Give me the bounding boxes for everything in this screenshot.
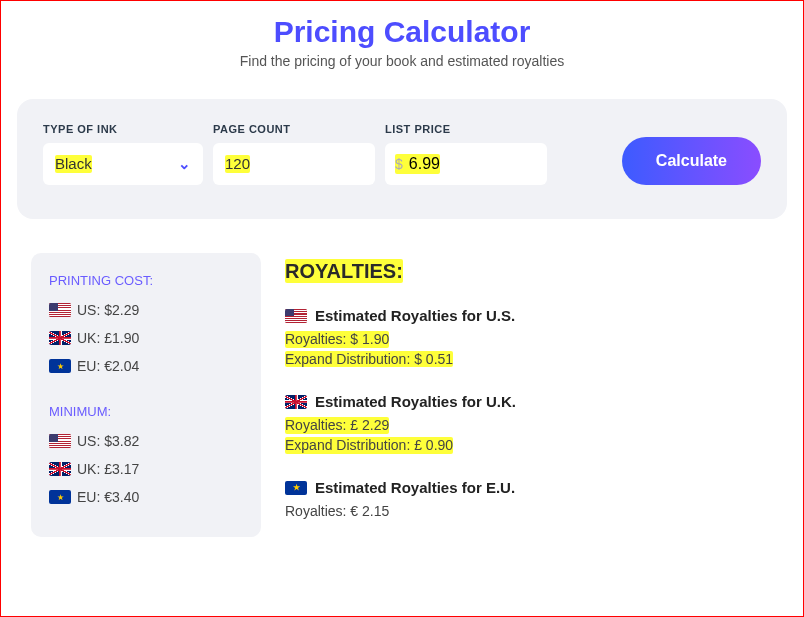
page-count-input[interactable]: 120	[213, 143, 375, 185]
us-flag-icon	[49, 303, 71, 317]
printing-cost-heading: PRINTING COST:	[49, 273, 243, 288]
list-price-input[interactable]: $6.99	[385, 143, 547, 185]
royalties-us-line1: Royalties: $ 1.90	[285, 331, 389, 348]
royalties-eu-line1: Royalties: € 2.15	[285, 502, 787, 522]
eu-flag-icon: ★	[49, 490, 71, 504]
uk-flag-icon	[49, 331, 71, 345]
minimum-row-uk: UK: £3.17	[49, 461, 243, 477]
page-subtitle: Find the pricing of your book and estima…	[1, 53, 803, 69]
royalties-uk-title: Estimated Royalties for U.K.	[315, 393, 516, 410]
eu-flag-icon: ★	[285, 481, 307, 495]
us-flag-icon	[49, 434, 71, 448]
eu-flag-icon: ★	[49, 359, 71, 373]
printing-row-us: US: $2.29	[49, 302, 243, 318]
royalties-heading: ROYALTIES:	[285, 259, 403, 283]
page-count-label: PAGE COUNT	[213, 123, 375, 135]
printing-row-eu: ★EU: €2.04	[49, 358, 243, 374]
page-count-value: 120	[225, 155, 250, 173]
royalties-uk-line2: Expand Distribution: £ 0.90	[285, 437, 453, 454]
royalties-us-title: Estimated Royalties for U.S.	[315, 307, 515, 324]
ink-value: Black	[55, 155, 92, 173]
royalties-panel: ROYALTIES: Estimated Royalties for U.S. …	[285, 253, 787, 537]
royalties-eu: ★Estimated Royalties for E.U. Royalties:…	[285, 479, 787, 522]
calculate-button[interactable]: Calculate	[622, 137, 761, 185]
uk-flag-icon	[285, 395, 307, 409]
minimum-row-us: US: $3.82	[49, 433, 243, 449]
pricing-form: TYPE OF INK Black ⌄ PAGE COUNT 120 LIST …	[17, 99, 787, 219]
royalties-us: Estimated Royalties for U.S. Royalties: …	[285, 307, 787, 369]
list-price-label: LIST PRICE	[385, 123, 547, 135]
royalties-uk-line1: Royalties: £ 2.29	[285, 417, 389, 434]
printing-row-uk: UK: £1.90	[49, 330, 243, 346]
list-price-value: $6.99	[395, 154, 440, 173]
ink-select[interactable]: Black ⌄	[43, 143, 203, 185]
page-title: Pricing Calculator	[1, 15, 803, 49]
uk-flag-icon	[49, 462, 71, 476]
royalties-uk: Estimated Royalties for U.K. Royalties: …	[285, 393, 787, 455]
chevron-down-icon: ⌄	[178, 155, 191, 173]
us-flag-icon	[285, 309, 307, 323]
costs-panel: PRINTING COST: US: $2.29 UK: £1.90 ★EU: …	[31, 253, 261, 537]
minimum-row-eu: ★EU: €3.40	[49, 489, 243, 505]
royalties-us-line2: Expand Distribution: $ 0.51	[285, 351, 453, 368]
ink-label: TYPE OF INK	[43, 123, 203, 135]
minimum-heading: MINIMUM:	[49, 404, 243, 419]
royalties-eu-title: Estimated Royalties for E.U.	[315, 479, 515, 496]
